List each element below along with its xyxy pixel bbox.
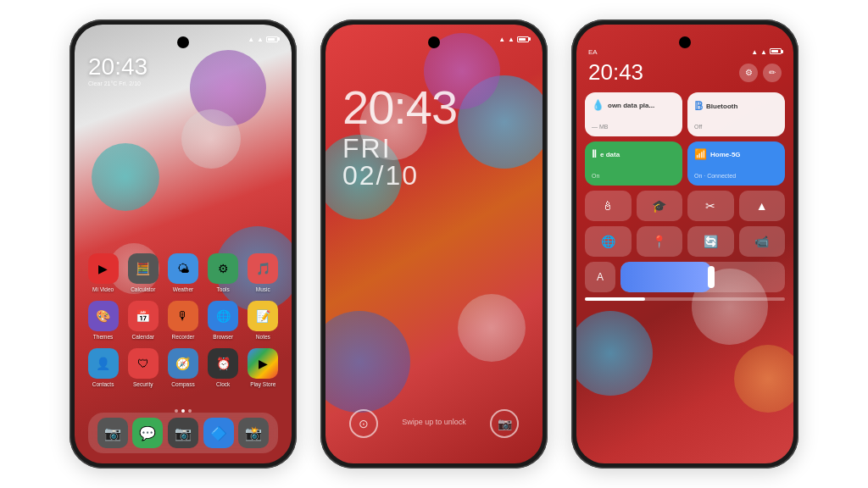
- dock-icon-2[interactable]: 💬: [132, 418, 163, 448]
- punch-hole-camera-3: [679, 36, 691, 48]
- cc-tile-mobile-data[interactable]: Ⅱ e data On: [585, 141, 682, 186]
- app-calendar[interactable]: 📅 Calendar: [125, 301, 162, 340]
- cc-tile-bluetooth[interactable]: 𝔹 Bluetooth Off: [687, 92, 785, 136]
- cc-time-row: 20:43 ⚙ ✏: [585, 59, 785, 86]
- app-clock[interactable]: ⏰ Clock: [204, 348, 242, 387]
- app-contacts[interactable]: 👤 Contacts: [85, 348, 122, 387]
- phone2-wallpaper: ▲ ▲ 20:43 FRI 02/10 Swipe up to unlock ⊙…: [326, 25, 542, 463]
- phone1-clock: 20:43 Clear 21°C Fri. 2/10: [88, 55, 147, 86]
- cc-signal-icon: ▲: [751, 48, 758, 56]
- phone3-wallpaper: EA ▲ ▲ 20:43 ⚙ ✏: [576, 25, 793, 463]
- cc-video-tile[interactable]: 📹: [739, 226, 786, 257]
- p2-battery-icon: [517, 36, 529, 42]
- cc-wifi-sub: On · Connected: [694, 173, 778, 179]
- blob-teal: [92, 143, 159, 211]
- cc-globe-tile[interactable]: 🌐: [585, 226, 632, 257]
- compass-icon: 🧭: [168, 348, 198, 379]
- cc-mobile-header: Ⅱ e data: [592, 148, 676, 160]
- p2-blob5: [326, 311, 410, 413]
- punch-hole-camera: [177, 36, 189, 48]
- app-security[interactable]: 🛡 Security: [125, 348, 162, 387]
- brightness-thumb: [708, 266, 715, 288]
- music-label: Music: [256, 286, 270, 292]
- cc-bt-sub: Off: [694, 124, 778, 130]
- brightness-slider[interactable]: [620, 262, 785, 292]
- cc-location-tile[interactable]: 📍: [637, 226, 683, 257]
- cc-grid-2: 🌐 📍 🔄 📹: [585, 226, 785, 257]
- phone1-time: 20:43: [88, 55, 147, 79]
- recorder-icon: 🎙: [168, 301, 198, 331]
- lock-bottom-bar: ⊙ 📷: [326, 409, 542, 438]
- camera-button[interactable]: 📷: [490, 409, 519, 438]
- contacts-label: Contacts: [92, 381, 114, 387]
- browser-icon: 🌐: [208, 301, 238, 331]
- cc-middle-tiles: Ⅱ e data On 📶 Home-5G On · Connected: [585, 141, 785, 186]
- phone-2: ▲ ▲ 20:43 FRI 02/10 Swipe up to unlock ⊙…: [320, 19, 548, 469]
- cc-data-label: own data pla...: [608, 102, 654, 109]
- dock-icon-5[interactable]: 📸: [238, 418, 269, 448]
- app-row-2: 🎨 Themes 📅 Calendar 🎙 Recorder 🌐 Browser: [83, 301, 283, 340]
- wifi-icon: ▲: [257, 36, 264, 43]
- cc-tile-data[interactable]: 💧 own data pla... — MB: [585, 92, 682, 136]
- app-music[interactable]: 🎵 Music: [244, 253, 281, 292]
- brightness-fill: [620, 262, 711, 292]
- phone-1: ▲ ▲ 20:43 Clear 21°C Fri. 2/10 ▶ Mi Vide…: [70, 19, 297, 469]
- app-recorder[interactable]: 🎙 Recorder: [164, 301, 202, 340]
- blob-white1: [181, 109, 241, 169]
- themes-icon: 🎨: [88, 301, 119, 331]
- flashlight-button[interactable]: ⊙: [349, 409, 378, 438]
- app-tools[interactable]: ⚙ Tools: [204, 253, 242, 292]
- notes-label: Notes: [256, 334, 270, 340]
- dock-icon-1[interactable]: 📷: [97, 418, 128, 448]
- contacts-icon: 👤: [88, 348, 119, 379]
- tools-label: Tools: [217, 286, 230, 292]
- clock-label: Clock: [216, 381, 230, 387]
- phone2-date: 02/10: [342, 162, 457, 189]
- security-label: Security: [133, 381, 153, 387]
- cc-scissors-tile[interactable]: ✂: [687, 191, 734, 221]
- cc-tile-wifi[interactable]: 📶 Home-5G On · Connected: [687, 141, 785, 186]
- cc-cast-tile[interactable]: 🎓: [637, 191, 683, 221]
- phone2-day: FRI: [342, 135, 457, 162]
- cc-user-label: EA: [588, 48, 598, 56]
- cc-edit-button[interactable]: ✏: [763, 64, 782, 82]
- battery-icon: [266, 36, 278, 42]
- dock-icon-4[interactable]: 🔷: [203, 418, 234, 448]
- weather-icon: 🌤: [168, 253, 198, 284]
- music-icon: 🎵: [248, 253, 278, 284]
- cc-grid-1: 🕯 🎓 ✂ ▲: [585, 191, 785, 221]
- cc-up-tile[interactable]: ▲: [739, 191, 786, 221]
- cc-torch-tile[interactable]: 🕯: [585, 191, 632, 221]
- app-browser[interactable]: 🌐 Browser: [204, 301, 242, 340]
- cc-brightness-icon: A: [585, 262, 615, 292]
- cc-data-sub: — MB: [592, 124, 676, 130]
- phone1-wallpaper: ▲ ▲ 20:43 Clear 21°C Fri. 2/10 ▶ Mi Vide…: [75, 25, 292, 463]
- app-calculator[interactable]: 🧮 Calculator: [125, 253, 162, 292]
- cc-battery-icon: [770, 48, 782, 54]
- browser-label: Browser: [213, 334, 233, 340]
- cc-refresh-tile[interactable]: 🔄: [687, 226, 734, 257]
- compass-label: Compass: [171, 381, 194, 387]
- app-playstore[interactable]: ▶ Play Store: [244, 348, 281, 387]
- calendar-icon: 📅: [128, 301, 159, 331]
- app-compass[interactable]: 🧭 Compass: [164, 348, 202, 387]
- cc-settings-button[interactable]: ⚙: [739, 64, 758, 82]
- cc-action-icons: ⚙ ✏: [739, 64, 782, 82]
- notes-icon: 📝: [248, 301, 278, 331]
- app-mi-video[interactable]: ▶ Mi Video: [85, 253, 122, 292]
- dock-icon-3[interactable]: 📷: [168, 418, 198, 448]
- app-weather[interactable]: 🌤 Weather: [164, 253, 202, 292]
- app-notes[interactable]: 📝 Notes: [244, 301, 281, 340]
- cc-wifi-label: Home-5G: [710, 151, 741, 158]
- cc-mobile-sub: On: [592, 173, 676, 179]
- cc-data-icon: 💧: [592, 99, 604, 111]
- mi-video-icon: ▶: [88, 253, 119, 284]
- phone2-time: 20:43: [342, 84, 457, 131]
- cc-wifi-header: 📶 Home-5G: [694, 148, 778, 160]
- calendar-label: Calendar: [132, 334, 154, 340]
- cc-bt-header: 𝔹 Bluetooth: [694, 99, 778, 113]
- p2-wifi-icon: ▲: [508, 36, 515, 43]
- dock: 📷 💬 📷 🔷 📸: [88, 413, 278, 453]
- cc-volume-bar[interactable]: [585, 297, 785, 301]
- app-themes[interactable]: 🎨 Themes: [85, 301, 122, 340]
